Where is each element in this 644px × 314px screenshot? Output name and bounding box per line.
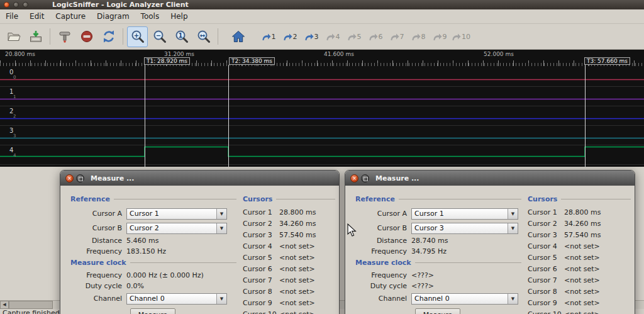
cursor-number-label: 6: [379, 33, 383, 41]
cursor-number-label: 3: [314, 33, 319, 41]
cursors-section-header: Cursors: [243, 195, 272, 203]
zoom-in-button[interactable]: +: [127, 26, 148, 47]
svg-text:+: +: [133, 32, 138, 39]
cursor-b-value: Cursor 2: [127, 224, 216, 232]
cursor-row-label: Cursor 9: [243, 299, 279, 307]
section-divider: [399, 199, 521, 199]
capture-button[interactable]: [54, 26, 75, 47]
cursor-line-1[interactable]: [145, 65, 145, 167]
cursor-flag-t1[interactable]: T1: 28.920 ms: [144, 57, 190, 65]
cursor-number-label: 8: [421, 33, 426, 41]
dialog-titlebar[interactable]: × Measure ...: [345, 171, 635, 186]
cursor-arrow-icon: [347, 33, 357, 41]
cursor-line-2[interactable]: [228, 65, 229, 167]
cursor-row-value: <not set>: [279, 288, 315, 296]
cursor-number-label: 10: [462, 33, 470, 41]
titlebar[interactable]: LogicSniffer - Logic Analyzer Client: [0, 0, 644, 9]
cursor-row-value: 57.540 ms: [564, 231, 601, 239]
go-to-trigger-button[interactable]: [228, 26, 248, 47]
cursor-line-3[interactable]: [585, 65, 586, 167]
close-icon[interactable]: ×: [65, 174, 74, 182]
save-icon: [29, 30, 43, 43]
open-button[interactable]: [3, 26, 24, 47]
cursor-flag-t2[interactable]: T2: 34.380 ms: [229, 57, 275, 65]
cursor-row-value: <not set>: [564, 276, 600, 284]
cursor-row-label: Cursor 6: [528, 265, 564, 273]
scroll-left-icon: ◀: [3, 302, 6, 307]
section-divider: [276, 199, 335, 199]
go-to-cursor-10-button[interactable]: 10: [450, 26, 472, 47]
time-label: 41.600 ms: [324, 51, 354, 57]
zoom-fit-icon: ↔: [196, 29, 211, 44]
cursor-number-label: 5: [357, 33, 362, 41]
menu-tools[interactable]: Tools: [135, 9, 165, 23]
cursor-flag-t3[interactable]: T3: 57.660 ms: [584, 57, 630, 65]
cursor-a-select[interactable]: Cursor 1 ▼: [126, 208, 227, 220]
cursor-row-label: Cursor 5: [243, 254, 279, 262]
open-folder-icon: [7, 31, 21, 42]
dialog-minimize-button[interactable]: [76, 174, 84, 182]
go-to-cursor-5-button[interactable]: 5: [343, 26, 365, 47]
mc-frequency-label: Frequency: [355, 271, 407, 279]
go-to-cursor-9-button[interactable]: 9: [429, 26, 450, 47]
window-close-button[interactable]: [4, 2, 9, 8]
window-minimize-button[interactable]: [13, 2, 19, 8]
zoom-fit-button[interactable]: ↔: [193, 26, 214, 47]
scroll-left-button[interactable]: ◀: [0, 301, 9, 309]
menu-edit[interactable]: Edit: [24, 9, 50, 23]
cursor-row-label: Cursor 4: [528, 242, 564, 250]
go-to-cursor-6-button[interactable]: 6: [365, 26, 386, 47]
go-to-cursor-2-button[interactable]: 2: [279, 26, 301, 47]
mc-frequency-value: <???>: [411, 271, 434, 279]
cursor-a-label: Cursor A: [355, 210, 407, 218]
cursor-row-label: Cursor 8: [528, 288, 564, 296]
menu-capture[interactable]: Capture: [50, 9, 91, 23]
distance-label: Distance: [70, 237, 122, 245]
scrollbar-thumb[interactable]: [9, 301, 53, 309]
zoom-out-button[interactable]: −: [149, 26, 170, 47]
go-to-cursor-1-button[interactable]: 1: [258, 26, 279, 47]
cursor-row-value: <not set>: [564, 310, 600, 314]
cursor-arrow-icon: [411, 33, 421, 41]
menubar: File Edit Capture Diagram Tools Help: [0, 9, 644, 24]
menu-file[interactable]: File: [0, 9, 24, 23]
dialog-minimize-button[interactable]: [361, 174, 369, 182]
zoom-original-button[interactable]: 1: [171, 26, 192, 47]
window-maximize-button[interactable]: [23, 2, 28, 8]
channel-sublabel-1: 1: [13, 95, 16, 99]
cursor-row-value: 28.800 ms: [279, 208, 316, 216]
go-to-cursor-4-button[interactable]: 4: [322, 26, 343, 47]
measure-button[interactable]: Measure: [415, 308, 460, 314]
channel-sublabel-0: 0: [13, 76, 16, 80]
close-icon[interactable]: ×: [350, 174, 358, 182]
channel-select[interactable]: Channel 0 ▼: [411, 293, 518, 305]
channel-sublabel-4: 4: [13, 154, 16, 158]
go-to-cursor-7-button[interactable]: 7: [386, 26, 408, 47]
dialog-titlebar[interactable]: × Measure ...: [60, 171, 339, 186]
save-button[interactable]: [25, 26, 46, 47]
cursor-b-select[interactable]: Cursor 2 ▼: [126, 223, 227, 234]
mc-frequency-label: Frequency: [70, 271, 122, 279]
toolbar-separator: [123, 28, 123, 45]
waveform-area[interactable]: 0 0 1 1 2 2 3 3 4 4: [0, 67, 644, 167]
time-label: 52.000 ms: [484, 51, 514, 57]
cursor-b-select[interactable]: Cursor 3 ▼: [411, 223, 518, 234]
cursor-row-value: 57.540 ms: [279, 231, 316, 239]
menu-diagram[interactable]: Diagram: [91, 9, 135, 23]
go-to-cursor-3-button[interactable]: 3: [301, 26, 322, 47]
distance-value: 5.460 ms: [126, 237, 158, 245]
repeat-capture-button[interactable]: [98, 26, 119, 47]
svg-text:↔: ↔: [199, 32, 204, 39]
cursors-section-header: Cursors: [528, 195, 557, 203]
cursor-a-select[interactable]: Cursor 1 ▼: [411, 208, 518, 220]
cursor-row-value: <not set>: [564, 265, 600, 273]
channel-select[interactable]: Channel 0 ▼: [126, 293, 227, 305]
reference-section-header: Reference: [355, 195, 395, 203]
go-to-cursor-8-button[interactable]: 8: [408, 26, 429, 47]
timeline-ruler[interactable]: 20.800 ms 31.200 ms 41.600 ms 52.000 ms: [0, 50, 644, 67]
app-window: LogicSniffer - Logic Analyzer Client Fil…: [0, 0, 644, 314]
measure-button[interactable]: Measure: [130, 308, 175, 314]
menu-help[interactable]: Help: [165, 9, 193, 23]
stop-capture-button[interactable]: [76, 26, 97, 47]
dialog-title: Measure ...: [375, 174, 419, 182]
